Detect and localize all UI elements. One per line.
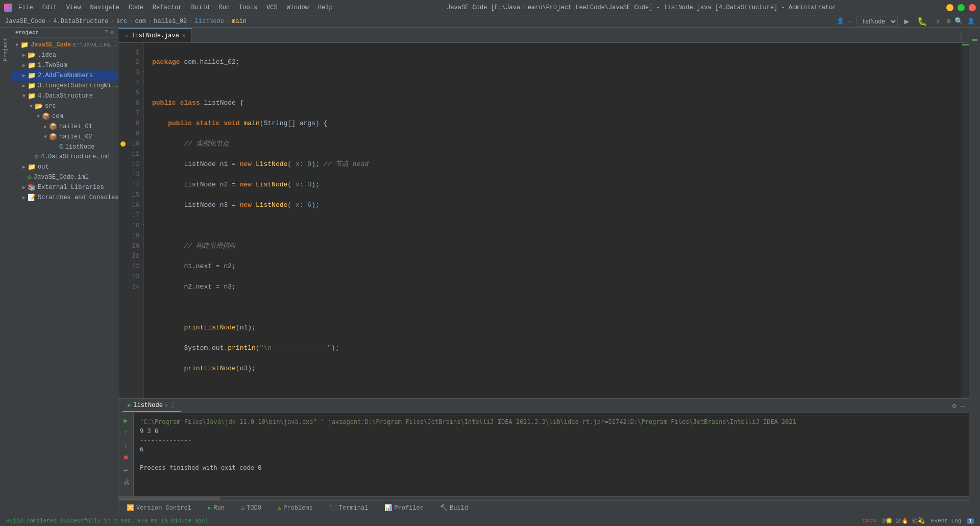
profile-run-button[interactable]: ⚡ [934,15,943,28]
run-tab-menu[interactable]: ⋮ [170,401,176,409]
menu-code[interactable]: Code [125,3,148,12]
tree-hailei01-label: hailei_01 [59,123,92,130]
tree-1twosum-label: 1.TwoSum [38,62,67,69]
debug-button-toolbar[interactable]: 🐛 [915,15,929,28]
tab-close-button[interactable]: ✕ [182,32,186,39]
tree-listnode-file[interactable]: ▶ C listNode [11,142,118,152]
tree-extlib[interactable]: ▶ 📚 External Libraries [11,182,118,193]
build-label: Build [450,505,468,512]
rerun-icon[interactable]: ▶ [124,416,128,425]
console-minimize-icon[interactable]: — [961,402,965,410]
problems-icon: ⚠ [278,504,281,512]
terminal-tab[interactable]: ⬛ Terminal [325,502,373,514]
menu-run[interactable]: Run [214,3,234,12]
run-tab[interactable]: ▶ listNode ✕ ⋮ [122,399,181,412]
breadcrumb-main[interactable]: main [232,18,247,25]
tree-2addtwo-label: 2.AddTwoNumbers [38,72,93,79]
version-control-tab[interactable]: 🔀 Version Control [122,502,195,514]
terminal-icon: ⬛ [329,504,337,512]
tree-out[interactable]: ▶ 📁 out [11,162,118,172]
run-action-tab[interactable]: ▶ Run [204,502,229,514]
profile-icon[interactable]: 👤 [837,17,844,25]
menu-window[interactable]: Window [283,3,313,12]
build-tab[interactable]: 🔨 Build [436,502,472,514]
console-output-1: 9 3 6 [140,426,963,436]
bottom-panel: ▶ listNode ✕ ⋮ ⚙ — ▶ ↑ ↓ ■ ↩ 🖨 [118,398,969,500]
tree-4data-iml[interactable]: ▶ ⚙ 4.DataStructure.iml [11,152,118,162]
tree-com-label: com [52,113,63,120]
tree-com[interactable]: ▼ 📦 com [11,111,118,122]
wrap-icon[interactable]: ↩ [124,466,128,474]
tree-hailei01[interactable]: ▶ 📦 hailei_01 [11,122,118,132]
breadcrumb-com[interactable]: com [135,18,146,25]
menu-vcs[interactable]: VCS [262,3,282,12]
code-content[interactable]: package com.hailei_02; public class list… [144,43,962,398]
line-15: 15 [118,190,143,200]
menu-help[interactable]: Help [314,3,337,12]
todo-tab[interactable]: ☑ TODO [237,502,265,514]
run-tab-close[interactable]: ✕ [165,402,168,409]
line-9: 9 [118,129,143,139]
line-12: 12 [118,159,143,170]
back-icon[interactable]: ← [848,18,852,25]
breadcrumb-javase[interactable]: JavaSE_Code [5,18,45,25]
run-config-dropdown[interactable]: listNode [856,16,898,27]
project-sidebar: Project ≡ ⚙ ▼ 📁 JavaSE_Code E:\Java_Lea.… [11,28,118,515]
menu-navigate[interactable]: Navigate [86,3,124,12]
build-icon: 🔨 [440,504,448,512]
tree-scratches[interactable]: ▶ 📝 Scratches and Consoles [11,193,118,203]
search-icon[interactable]: 🔍 [954,17,963,26]
tree-hailei02[interactable]: ▼ 📦 hailei_02 [11,132,118,142]
breadcrumb-hailei02[interactable]: hailei_02 [154,18,187,25]
tree-2addtwo[interactable]: ▶ 📁 2.AddTwoNumbers [11,70,118,81]
run-button-toolbar[interactable]: ▶ [902,15,911,28]
tree-1twosum[interactable]: ▶ 📁 1.TwoSum [11,60,118,70]
tree-root[interactable]: ▼ 📁 JavaSE_Code E:\Java_Lea... [11,40,118,50]
problems-tab[interactable]: ⚠ Problems [274,502,317,514]
line-14: 14 [118,180,143,190]
editor-menu-icon[interactable]: ⋮ [953,30,969,42]
menu-edit[interactable]: Edit [38,3,61,12]
line-7: 7 [118,108,143,118]
breadcrumb-listnode[interactable]: listNode [194,18,224,25]
console-settings-icon[interactable]: ⚙ [952,401,956,410]
scroll-down-icon[interactable]: ↓ [124,441,128,449]
stop-icon[interactable]: ■ [124,453,128,462]
tree-3longest[interactable]: ▶ 📁 3.LongestSubstringWi... [11,81,118,91]
tree-4data[interactable]: ▼ 📁 4.DataStructure [11,91,118,101]
main-area: Project Project ≡ ⚙ ▼ 📁 JavaSE_Code E:\J… [0,28,980,515]
console-scrollbar-thumb[interactable] [118,497,220,500]
window-controls [946,4,976,11]
scroll-up-icon[interactable]: ↑ [124,429,128,437]
right-gutter-ok [972,39,977,41]
minimize-button[interactable] [946,4,953,11]
console-divider: -------------- [140,436,963,445]
project-tool-label[interactable]: Project [3,38,9,61]
breadcrumb-src[interactable]: src [116,18,128,25]
menu-view[interactable]: View [62,3,85,12]
menu-tools[interactable]: Tools [235,3,261,12]
tab-listnode[interactable]: ☕ listNode.java ✕ [118,28,192,42]
menu-refactor[interactable]: Refactor [149,3,186,12]
event-log-label[interactable]: Event Log 1 [931,518,974,524]
settings-tree-icon[interactable]: ⚙ [110,29,114,36]
line-5: 5 [118,88,143,98]
menu-file[interactable]: File [14,3,37,12]
tree-src[interactable]: ▼ 📂 src [11,101,118,111]
collapse-all-icon[interactable]: ≡ [105,29,108,36]
tree-javase-iml[interactable]: ▶ ⚙ JavaSE_Code.iml [11,172,118,182]
settings-icon[interactable]: ⚙ [947,17,950,25]
menu-build[interactable]: Build [187,3,213,12]
tree-idea[interactable]: ▶ 📂 .idea [11,50,118,60]
close-button[interactable] [969,4,976,11]
editor-scrollbar[interactable] [962,43,969,398]
profiler-tab[interactable]: 📊 Profiler [380,502,428,514]
run-tab-label: listNode [133,402,163,409]
breadcrumb-datastructure[interactable]: 4.DataStructure [53,18,108,25]
console-scrollbar[interactable] [118,496,969,500]
user-icon[interactable]: 👤 [967,17,975,25]
console-output-3: 6 [140,445,963,454]
maximize-button[interactable] [958,4,965,11]
print-icon[interactable]: 🖨 [122,479,130,487]
tab-filename: listNode.java [131,32,179,39]
